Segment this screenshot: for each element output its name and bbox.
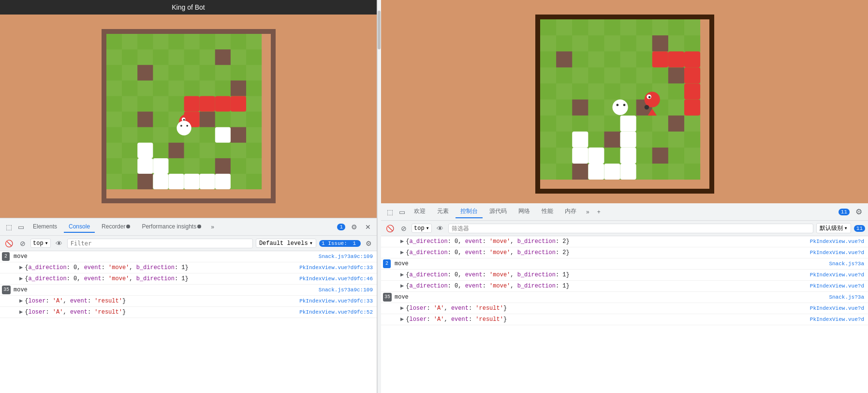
tab-performance-insights[interactable]: Performance insights [137,221,206,233]
right-eye-icon[interactable]: 👁 [435,224,445,233]
svg-rect-96 [572,51,588,67]
svg-rect-103 [652,67,668,83]
expand-arrow-icon[interactable]: ▶ [400,248,404,257]
right-tab-plus-btn[interactable]: + [594,207,603,217]
default-levels-selector[interactable]: Default levels ▾ [256,239,316,248]
top-selector[interactable]: top ▾ [30,239,51,248]
log-source-snack-109[interactable]: Snack.js?3a9c:109 [319,252,373,261]
svg-rect-142 [652,148,668,164]
svg-rect-125 [540,148,556,164]
svg-rect-98 [636,51,652,67]
expand-arrow-icon[interactable]: ▶ [400,282,404,290]
tab-console[interactable]: Console [64,221,95,233]
expand-arrow-icon[interactable]: ▶ [400,237,404,246]
svg-rect-40 [246,143,262,158]
right-tab-more-btn[interactable]: » [583,207,592,217]
svg-rect-46 [122,174,137,189]
svg-point-152 [648,96,650,98]
right-tab-elements[interactable]: 元素 [432,205,454,218]
log-source-pk33b[interactable]: PkIndexView.vue?d9fc:33 [299,297,373,305]
clear-console-icon[interactable]: 🚫 [3,239,15,248]
expand-arrow-icon[interactable]: ▶ [19,263,23,272]
right-log-src-snack-35[interactable]: Snack.js?3a [829,293,864,302]
right-log-src-0a[interactable]: PkIndexView.vue?d [810,237,864,246]
svg-rect-57 [137,174,153,189]
chevron-down-icon: ▾ [844,225,848,232]
tab-recorder[interactable]: Recorder [97,221,135,233]
log-child-2b: ▶ {loser: 'A', event: 'result'} PkIndexV… [0,307,377,318]
tab-elements[interactable]: Elements [28,221,62,233]
right-log-src-0b[interactable]: PkIndexView.vue?d [810,248,864,257]
svg-rect-155 [572,132,588,148]
svg-rect-26 [122,112,137,127]
right-filter-icon[interactable]: ⊘ [399,224,409,233]
right-device-icon[interactable]: ▭ [397,207,407,217]
right-tab-source[interactable]: 源代码 [485,205,512,218]
svg-rect-158 [588,164,604,180]
svg-rect-76 [199,174,215,189]
right-log-src-1a[interactable]: PkIndexView.vue?d [810,271,864,279]
svg-rect-90 [556,35,572,51]
expand-arrow-icon[interactable]: ▶ [400,315,404,324]
right-settings-icon[interactable]: ⚙ [853,206,864,217]
expand-arrow-icon[interactable]: ▶ [19,308,23,317]
expand-arrow-icon[interactable]: ▶ [19,274,23,283]
log-source-pk33[interactable]: PkIndexView.vue?d9fc:33 [299,263,373,272]
left-scrollbar[interactable] [377,0,381,393]
right-log-1a: ▶ {a_direction: 0, event: 'move', b_dire… [381,270,868,281]
svg-rect-11 [106,65,122,80]
log-source-pk46[interactable]: PkIndexView.vue?d9fc:46 [299,274,373,283]
svg-rect-117 [604,116,620,132]
right-clear-icon[interactable]: 🚫 [384,224,396,233]
svg-rect-144 [652,51,668,67]
close-icon[interactable]: ✕ [363,222,373,232]
right-log-src-1b[interactable]: PkIndexView.vue?d [810,282,864,290]
right-tab-welcome[interactable]: 欢迎 [409,205,430,218]
svg-point-153 [644,105,648,109]
right-filter-input[interactable] [448,224,813,233]
svg-rect-147 [684,67,700,83]
right-tab-perf[interactable]: 性能 [537,205,558,218]
left-device-icon[interactable]: ▭ [16,222,26,232]
svg-point-79 [177,121,191,135]
filter-input[interactable] [67,239,253,248]
right-default-levels[interactable]: 默认级别 ▾ [816,223,851,233]
svg-rect-1 [106,34,122,49]
right-tab-network[interactable]: 网络 [514,205,535,218]
filter-icon[interactable]: ⊘ [18,239,28,248]
scrollbar-thumb[interactable] [378,11,381,49]
svg-rect-75 [184,174,199,189]
log-source-pk52[interactable]: PkIndexView.vue?d9fc:52 [299,308,373,317]
svg-rect-71 [137,158,153,174]
right-log-number-35: 35 [383,293,392,302]
right-log-src-2a[interactable]: PkIndexView.vue?d [810,304,864,313]
tab-icons: 1 ⚙ ✕ [337,222,373,232]
right-log-src-2b[interactable]: PkIndexView.vue?d [810,315,864,324]
right-top-selector[interactable]: top ▾ [412,224,432,233]
chevron-down-icon: ▾ [45,240,48,247]
svg-rect-53 [230,80,246,96]
expand-arrow-icon[interactable]: ▶ [400,304,404,313]
tab-more-btn[interactable]: » [208,222,217,232]
right-inspect-icon[interactable]: ⬚ [385,207,395,217]
right-log-src-snack[interactable]: Snack.js?3a [829,259,864,268]
right-log-move-35: 35 move Snack.js?3a [381,292,868,303]
right-tab-console[interactable]: 控制台 [456,205,483,218]
right-console-log: ▶ {a_direction: 0, event: 'move', b_dire… [381,236,868,393]
right-log-number-2: 2 [383,259,391,268]
left-inspect-icon[interactable]: ⬚ [4,222,14,232]
expand-arrow-icon[interactable]: ▶ [400,271,404,279]
right-log-obj-0b: {a_direction: 0, event: 'move', b_direct… [406,248,806,257]
log-source-snack-109b[interactable]: Snack.js?3a9c:109 [319,286,373,294]
right-tab-memory[interactable]: 内存 [560,205,581,218]
svg-rect-134 [684,164,700,180]
right-log-obj-2a: {loser: 'A', event: 'result'} [406,304,806,313]
issue-settings-icon[interactable]: ⚙ [364,239,374,248]
chevron-down-icon: ▾ [426,225,429,232]
eye-icon[interactable]: 👁 [54,239,64,248]
left-devtools: ⬚ ▭ Elements Console Recorder Performanc… [0,218,377,393]
expand-arrow-icon[interactable]: ▶ [19,297,23,305]
settings-icon[interactable]: ⚙ [349,222,359,232]
log-child-1a: ▶ {a_direction: 0, event: 'move', b_dire… [0,262,377,273]
right-issue-badge: 11 [854,225,865,232]
